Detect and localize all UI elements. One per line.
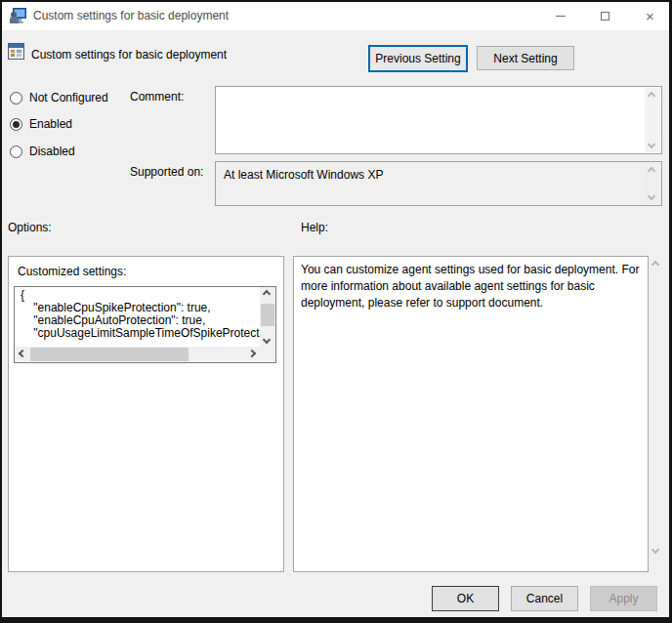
ok-button[interactable]: OK bbox=[432, 586, 499, 611]
supported-on-label: Supported on: bbox=[130, 165, 203, 179]
radio-disabled[interactable]: Disabled bbox=[10, 145, 75, 158]
horizontal-scroll-thumb[interactable] bbox=[30, 348, 189, 361]
radio-circle-checked bbox=[10, 118, 22, 131]
close-icon: × bbox=[646, 9, 654, 23]
dialog-custom-settings: Custom settings for basic deployment × C… bbox=[2, 2, 669, 617]
minimize-button[interactable] bbox=[538, 2, 582, 30]
previous-setting-button[interactable]: Previous Setting bbox=[368, 45, 468, 72]
minimize-icon bbox=[556, 16, 566, 17]
scroll-down-icon bbox=[648, 192, 655, 200]
scroll-up-icon[interactable] bbox=[263, 290, 271, 298]
screen: Custom settings for basic deployment × C… bbox=[0, 0, 672, 623]
options-panel: Customized settings: { "enableCpuSpikePr… bbox=[8, 256, 284, 572]
scroll-down-icon bbox=[648, 141, 655, 148]
apply-button: Apply bbox=[590, 586, 657, 611]
radio-label: Enabled bbox=[29, 117, 72, 131]
policy-setting-icon bbox=[8, 43, 24, 60]
json-text[interactable]: { "enableCpuSpikeProtection": true, "ena… bbox=[15, 287, 260, 347]
horizontal-scrollbar[interactable] bbox=[15, 347, 260, 362]
help-section-label: Help: bbox=[301, 221, 328, 234]
setting-title: Custom settings for basic deployment bbox=[31, 48, 227, 62]
maximize-icon bbox=[601, 12, 609, 21]
vertical-scroll-thumb[interactable] bbox=[261, 304, 274, 326]
window-title: Custom settings for basic deployment bbox=[33, 9, 229, 22]
scrollbar-corner bbox=[260, 347, 275, 362]
help-panel: You can customize agent settings used fo… bbox=[293, 256, 649, 572]
radio-circle bbox=[10, 145, 22, 158]
help-text: You can customize agent settings used fo… bbox=[301, 262, 641, 312]
supported-scrollbar bbox=[645, 163, 660, 204]
radio-circle bbox=[10, 92, 22, 104]
scroll-up-icon bbox=[648, 167, 655, 175]
vertical-scrollbar[interactable] bbox=[260, 287, 275, 347]
supported-on-field: At least Microsoft Windows XP bbox=[215, 161, 662, 206]
comment-label: Comment: bbox=[130, 90, 184, 104]
next-setting-button[interactable]: Next Setting bbox=[477, 46, 574, 70]
scroll-down-icon[interactable] bbox=[263, 336, 271, 344]
help-scroll-up-icon[interactable] bbox=[651, 261, 659, 269]
comment-input[interactable] bbox=[215, 86, 662, 154]
scroll-right-icon[interactable] bbox=[248, 350, 256, 357]
options-section-label: Options: bbox=[8, 221, 52, 234]
supported-on-value: At least Microsoft Windows XP bbox=[224, 168, 383, 182]
customized-settings-label: Customized settings: bbox=[18, 265, 126, 278]
radio-label: Not Configured bbox=[29, 91, 108, 104]
app-icon bbox=[10, 8, 26, 24]
json-line: "cpuUsageLimitSampleTimeOfSpikeProtect bbox=[21, 327, 260, 340]
customized-settings-input[interactable]: { "enableCpuSpikeProtection": true, "ena… bbox=[14, 286, 276, 363]
cancel-button[interactable]: Cancel bbox=[511, 586, 578, 611]
close-button[interactable]: × bbox=[628, 2, 672, 30]
titlebar[interactable]: Custom settings for basic deployment × bbox=[2, 2, 669, 30]
radio-enabled[interactable]: Enabled bbox=[10, 117, 72, 131]
radio-label: Disabled bbox=[29, 145, 75, 158]
scroll-left-icon[interactable] bbox=[19, 350, 26, 357]
help-scroll-down-icon[interactable] bbox=[651, 546, 659, 554]
maximize-button[interactable] bbox=[583, 2, 627, 30]
radio-not-configured[interactable]: Not Configured bbox=[10, 91, 108, 104]
scroll-up-icon bbox=[648, 92, 655, 100]
comment-scrollbar[interactable] bbox=[645, 88, 660, 152]
